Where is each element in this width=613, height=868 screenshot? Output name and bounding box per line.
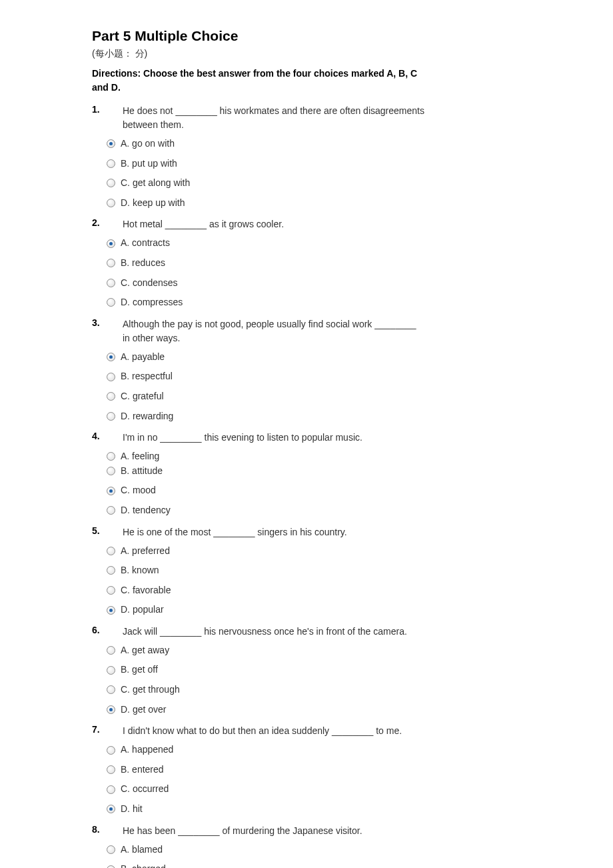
option[interactable]: C. mood — [107, 484, 425, 497]
radio-icon[interactable] — [107, 373, 115, 381]
option[interactable]: C. condenses — [107, 277, 425, 290]
option-label: B. respectful — [121, 370, 173, 383]
options-list: A. payableB. respectfulC. gratefulD. rew… — [92, 351, 425, 423]
option-label: A. go on with — [121, 137, 175, 151]
option[interactable]: C. grateful — [107, 390, 425, 403]
option[interactable]: A. happened — [107, 743, 425, 757]
question-text: I'm in no ________ this evening to liste… — [115, 431, 425, 445]
radio-icon[interactable] — [107, 159, 115, 168]
question-head: 7.I didn't know what to do but then an i… — [92, 724, 425, 738]
option[interactable]: A. go on with — [107, 137, 425, 151]
radio-icon[interactable] — [107, 452, 115, 461]
radio-icon[interactable] — [107, 392, 115, 401]
radio-icon[interactable] — [107, 705, 115, 714]
radio-icon[interactable] — [107, 865, 115, 868]
radio-icon[interactable] — [107, 298, 115, 307]
option[interactable]: C. favorable — [107, 584, 425, 597]
radio-icon[interactable] — [107, 685, 115, 694]
option-label: D. popular — [121, 603, 164, 617]
options-list: A. contractsB. reducesC. condensesD. com… — [92, 237, 425, 309]
question-head: 2.Hot metal ________ as it grows cooler. — [92, 217, 425, 231]
radio-icon[interactable] — [107, 746, 115, 755]
option-label: A. get away — [121, 644, 169, 657]
radio-icon[interactable] — [107, 506, 115, 515]
option[interactable]: D. compresses — [107, 296, 425, 309]
option[interactable]: B. entered — [107, 763, 425, 777]
question-text: He is one of the most ________ singers i… — [115, 525, 425, 539]
option[interactable]: A. preferred — [107, 545, 425, 558]
options-list: A. blamedB. charged — [92, 843, 425, 868]
option-label: B. entered — [121, 763, 164, 777]
radio-icon[interactable] — [107, 805, 115, 813]
radio-icon[interactable] — [107, 279, 115, 287]
radio-icon[interactable] — [107, 412, 115, 421]
option[interactable]: A. blamed — [107, 843, 425, 857]
question-number: 4. — [92, 431, 115, 441]
radio-icon[interactable] — [107, 239, 115, 248]
question: 8.He has been ________ of murdering the … — [92, 824, 425, 868]
option-label: C. occurred — [121, 783, 169, 796]
option[interactable]: B. put up with — [107, 157, 425, 171]
option[interactable]: D. get over — [107, 703, 425, 717]
question: 3.Although the pay is not good, people u… — [92, 317, 425, 423]
radio-icon[interactable] — [107, 666, 115, 675]
option[interactable]: A. payable — [107, 351, 425, 364]
radio-icon[interactable] — [107, 199, 115, 207]
radio-icon[interactable] — [107, 765, 115, 774]
question: 5.He is one of the most ________ singers… — [92, 525, 425, 617]
option[interactable]: D. keep up with — [107, 197, 425, 210]
radio-icon[interactable] — [107, 566, 115, 575]
radio-icon[interactable] — [107, 179, 115, 187]
radio-icon[interactable] — [107, 547, 115, 555]
option[interactable]: B. charged — [107, 863, 425, 868]
questions-list: 1.He does not ________ his workmates and… — [92, 104, 425, 868]
option[interactable]: A. contracts — [107, 237, 425, 250]
option[interactable]: B. known — [107, 564, 425, 577]
question-text: Hot metal ________ as it grows cooler. — [115, 217, 425, 231]
question: 2.Hot metal ________ as it grows cooler.… — [92, 217, 425, 309]
option-label: A. preferred — [121, 545, 170, 558]
option-label: D. keep up with — [121, 197, 185, 210]
option[interactable]: B. attitude — [107, 465, 425, 478]
option-label: C. mood — [121, 484, 156, 497]
option-label: A. payable — [121, 351, 165, 364]
question-head: 6.Jack will ________ his nervousness onc… — [92, 625, 425, 639]
option[interactable]: A. feeling — [107, 450, 425, 463]
option[interactable]: D. hit — [107, 803, 425, 816]
radio-icon[interactable] — [107, 646, 115, 655]
option[interactable]: B. get off — [107, 663, 425, 677]
option[interactable]: D. rewarding — [107, 410, 425, 423]
radio-icon[interactable] — [107, 785, 115, 794]
option[interactable]: B. respectful — [107, 370, 425, 383]
option-label: C. get through — [121, 683, 180, 697]
radio-icon[interactable] — [107, 139, 115, 148]
question-number: 7. — [92, 724, 115, 735]
option[interactable]: C. get through — [107, 683, 425, 697]
radio-icon[interactable] — [107, 606, 115, 615]
radio-icon[interactable] — [107, 259, 115, 267]
question-head: 5.He is one of the most ________ singers… — [92, 525, 425, 539]
option-label: B. get off — [121, 663, 158, 677]
radio-icon[interactable] — [107, 467, 115, 475]
radio-icon[interactable] — [107, 353, 115, 361]
option-label: C. condenses — [121, 277, 178, 290]
options-list: A. get awayB. get offC. get throughD. ge… — [92, 644, 425, 716]
radio-icon[interactable] — [107, 487, 115, 495]
option[interactable]: C. get along with — [107, 177, 425, 190]
question-head: 1.He does not ________ his workmates and… — [92, 104, 425, 132]
option[interactable]: A. get away — [107, 644, 425, 657]
option[interactable]: C. occurred — [107, 783, 425, 796]
question: 7.I didn't know what to do but then an i… — [92, 724, 425, 815]
radio-icon[interactable] — [107, 586, 115, 595]
option-label: A. feeling — [121, 450, 159, 463]
option[interactable]: D. tendency — [107, 504, 425, 517]
option[interactable]: B. reduces — [107, 257, 425, 270]
radio-icon[interactable] — [107, 845, 115, 854]
question-head: 8.He has been ________ of murdering the … — [92, 824, 425, 838]
question: 1.He does not ________ his workmates and… — [92, 104, 425, 209]
quiz-container: Part 5 Multiple Choice (每小题： 分) Directio… — [92, 28, 425, 868]
question-number: 1. — [92, 104, 115, 115]
option[interactable]: D. popular — [107, 603, 425, 617]
question: 4.I'm in no ________ this evening to lis… — [92, 431, 425, 517]
option-label: C. get along with — [121, 177, 190, 190]
